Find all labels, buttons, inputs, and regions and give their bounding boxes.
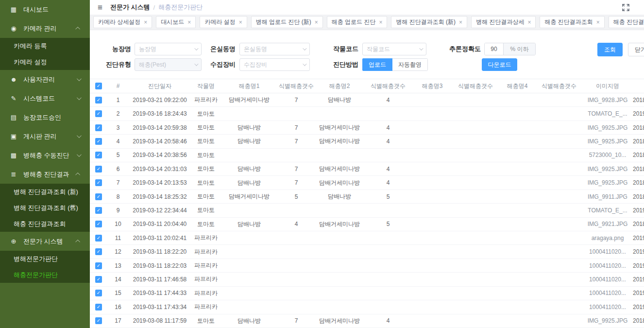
tab-label: 해충 업로드 진단	[332, 18, 376, 26]
cell-image-name: aragaya.png	[582, 235, 633, 242]
tab[interactable]: 대시보드 ×	[156, 16, 196, 28]
cell-diagnosis-date: 2019-03-16 18:24:43	[129, 110, 191, 117]
row-checkbox[interactable]: ✓	[95, 110, 102, 117]
tab[interactable]: 병해 업로드 진단 (新) ×	[251, 16, 323, 28]
sidebar-item[interactable]: ⊕ 전문가 시스템	[0, 232, 90, 251]
sidebar-item[interactable]: ▩ 병해충 수동진단	[0, 146, 90, 165]
tab-close-icon[interactable]: ×	[144, 19, 147, 25]
diagnosis-type-select[interactable]: 해충(Pest)	[135, 58, 202, 71]
table-row: ✓ 4 2019-03-14 20:58:46 토마토 담배나방 7 담배거세미…	[90, 135, 644, 148]
sidebar-item[interactable]: 병해 진단결과조회 (新)	[0, 184, 90, 200]
tab[interactable]: 해충 진단결과조회 ×	[540, 16, 604, 28]
search-button[interactable]: 조회	[597, 43, 623, 56]
tab[interactable]: 병해 진단결과상세 ×	[471, 16, 536, 28]
row-checkbox[interactable]: ✓	[95, 207, 102, 214]
row-checkbox[interactable]: ✓	[95, 179, 102, 186]
cell-clipped-date: 2018	[633, 166, 644, 173]
cell-crop-name: 파프리카	[191, 96, 221, 104]
row-checkbox[interactable]: ✓	[95, 97, 102, 104]
sidebar-item[interactable]: ☻ 사용자관리	[0, 70, 90, 89]
sidebar-item[interactable]: ▣ 게시판 관리	[0, 127, 90, 146]
tab[interactable]: 카메라 상세설정 ×	[93, 16, 152, 28]
cell-crop-name: 토마토	[191, 137, 221, 145]
farm-code-approval-icon: ▤	[9, 114, 18, 121]
sidebar-item-label: 병해충 진단결과	[23, 170, 69, 179]
header-crop-name: 작물명	[191, 82, 221, 90]
tab-close-icon[interactable]: ×	[187, 19, 191, 25]
cell-crop-name: 파프리카	[191, 303, 221, 311]
chevron-icon	[77, 133, 82, 138]
sidebar-item[interactable]: 카메라 설정	[0, 54, 90, 70]
accuracy-input[interactable]	[485, 43, 503, 55]
sidebar-item[interactable]: 병해전문가판단	[0, 251, 90, 267]
tab-close-icon[interactable]: ×	[459, 19, 462, 25]
tab-label: 대시보드	[161, 18, 184, 26]
cell-no: 16	[107, 304, 129, 311]
row-checkbox[interactable]: ✓	[95, 152, 102, 158]
row-checkbox[interactable]: ✓	[95, 166, 102, 173]
tab-close-icon[interactable]: ×	[239, 19, 242, 25]
tab[interactable]: 해충 업로드 진단 ×	[327, 16, 388, 28]
device-select[interactable]: 수집장비	[239, 58, 310, 71]
tab[interactable]: 해충 진단결과상세 ×	[609, 16, 644, 28]
tab-close-icon[interactable]: ×	[596, 19, 600, 25]
farm-name-select[interactable]: 농장명	[135, 43, 202, 55]
row-checkbox[interactable]: ✓	[95, 193, 102, 200]
breadcrumb-section: 전문가 시스템	[110, 3, 150, 12]
upload-toggle-button[interactable]: 업로드	[362, 58, 392, 71]
cell-pest2-count: 4	[364, 138, 412, 145]
sidebar-item[interactable]: ▤ 농장코드승인	[0, 108, 90, 127]
tab[interactable]: 병해 진단결과조회 (新) ×	[391, 16, 467, 28]
sidebar-item[interactable]: 해충 진단결과조회	[0, 216, 90, 232]
cell-pest1-count: 7	[277, 124, 315, 131]
fullscreen-icon[interactable]	[622, 4, 629, 11]
row-checkbox[interactable]: ✓	[95, 304, 102, 311]
header-image-name: 이미지명	[582, 82, 633, 90]
row-checkbox[interactable]: ✓	[95, 124, 102, 131]
cell-diagnosis-date: 2019-03-14 18:25:32	[129, 193, 191, 200]
sidebar-item-label: 병해전문가판단	[14, 255, 58, 263]
table-row: ✓ 2 2019-03-16 18:24:43 토마토 TOMATO_E_...	[90, 107, 644, 121]
tab-close-icon[interactable]: ×	[379, 19, 382, 25]
tab[interactable]: 카메라 설정 ×	[200, 16, 247, 28]
cell-image-name: IMG_9925.JPG	[582, 179, 633, 186]
row-checkbox[interactable]: ✓	[95, 221, 102, 227]
cell-diagnosis-date: 2019-03-12 22:34:44	[129, 207, 191, 214]
sidebar-item[interactable]: 해충전문가판단	[0, 267, 90, 283]
sidebar-item[interactable]: 병해 진단결과조회 (舊)	[0, 200, 90, 216]
tab-label: 병해 진단결과조회 (新)	[396, 18, 456, 26]
sidebar-item[interactable]: 카메라 등록	[0, 38, 90, 54]
sidebar-item-label: 해충 진단결과조회	[14, 220, 66, 228]
cell-crop-name: 토마토	[191, 192, 221, 201]
tab-close-icon[interactable]: ×	[315, 19, 318, 25]
row-checkbox[interactable]: ✓	[95, 248, 102, 255]
download-button[interactable]: 다운로드	[482, 58, 517, 71]
row-checkbox[interactable]: ✓	[95, 138, 102, 145]
cell-diagnosis-date: 2019-03-11 20:04:40	[129, 221, 191, 227]
row-checkbox[interactable]: ✓	[95, 262, 102, 269]
auto-capture-toggle-button[interactable]: 자동촬영	[392, 58, 428, 71]
cell-pest2: 담배거세미나방	[315, 220, 364, 228]
sidebar-item[interactable]: ▦ 대시보드	[0, 0, 90, 19]
cell-pest1: 담배나방	[221, 220, 277, 228]
sidebar: ▦ 대시보드 ◉ 카메라 관리 카메라 등록	[0, 0, 90, 328]
sidebar-item[interactable]: ≣ 병해충 진단결과	[0, 165, 90, 184]
crop-code-select[interactable]: 작물코드	[362, 43, 426, 55]
select-all-checkbox[interactable]: ✓	[95, 83, 102, 89]
row-checkbox[interactable]: ✓	[95, 317, 102, 324]
table-row: ✓ 5 2019-03-14 20:38:56 토마토 5723000_10..…	[90, 149, 644, 162]
close-button[interactable]: 닫기	[628, 43, 644, 56]
row-checkbox[interactable]: ✓	[95, 235, 102, 242]
cell-no: 14	[107, 276, 129, 283]
row-checkbox[interactable]: ✓	[95, 276, 102, 283]
sidebar-item[interactable]: ✎ 시스템코드	[0, 89, 90, 108]
header-pest4-count: 식별해충갯수	[536, 82, 582, 90]
cell-clipped-date: 2018	[633, 221, 644, 227]
tab-close-icon[interactable]: ×	[527, 19, 531, 25]
row-checkbox[interactable]: ✓	[95, 290, 102, 296]
accuracy-suffix: % 이하	[503, 43, 535, 55]
greenhouse-select[interactable]: 온실동명	[239, 43, 310, 55]
diagnosis-results-icon: ≣	[9, 171, 18, 178]
menu-toggle-icon[interactable]: ≡	[98, 3, 102, 12]
sidebar-item[interactable]: ◉ 카메라 관리	[0, 19, 90, 38]
